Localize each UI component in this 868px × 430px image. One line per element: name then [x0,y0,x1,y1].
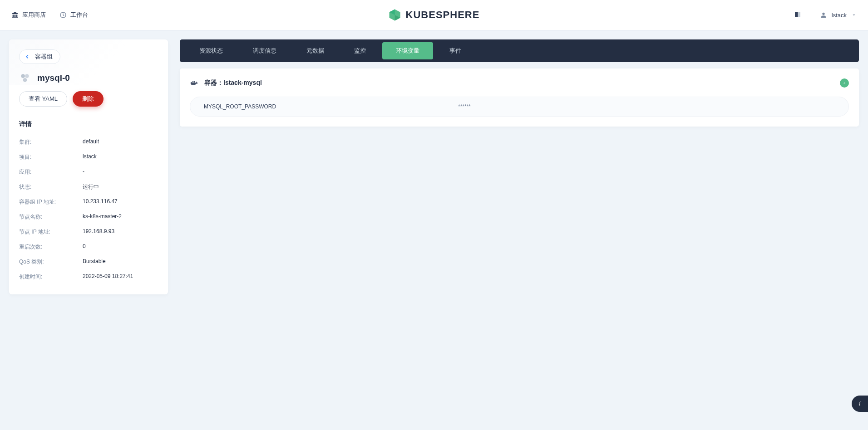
container-header: 容器：lstack-mysql [190,78,849,88]
detail-row: 重启次数:0 [19,239,158,254]
content: 容器组 mysql-0 查看 YAML 删除 详情 集群:default项目:l… [0,30,868,303]
detail-label: 节点 IP 地址: [19,228,83,236]
chevron-up-icon [842,81,847,85]
detail-row: 创建时间:2022-05-09 18:27:41 [19,269,158,284]
detail-value: - [83,168,84,176]
store-icon [11,11,19,19]
detail-value: 运行中 [83,183,99,191]
detail-label: 节点名称: [19,213,83,221]
detail-value: 192.168.9.93 [83,228,114,236]
detail-value: default [83,138,99,146]
action-buttons: 查看 YAML 删除 [19,91,158,107]
detail-row: 项目:lstack [19,150,158,165]
detail-row: 状态:运行中 [19,180,158,195]
docker-icon [190,78,199,88]
detail-row: 节点 IP 地址:192.168.9.93 [19,225,158,239]
view-yaml-button[interactable]: 查看 YAML [19,91,67,107]
workbench-link[interactable]: 工作台 [59,11,88,19]
details-title: 详情 [19,120,158,128]
user-menu[interactable]: lstack [820,11,857,19]
tab-环境变量[interactable]: 环境变量 [382,42,433,59]
container-title: 容器：lstack-mysql [204,79,262,87]
details-list: 集群:default项目:lstack应用:-状态:运行中容器组 IP 地址:1… [19,135,158,284]
detail-row: 节点名称:ks-k8s-master-2 [19,210,158,225]
tab-调度信息[interactable]: 调度信息 [239,42,290,59]
main-panel: 资源状态调度信息元数据监控环境变量事件 容器：lstack-mysql MYSQ… [180,39,859,294]
env-variable-row: MYSQL_ROOT_PASSWORD ****** [190,97,849,117]
detail-label: 状态: [19,183,83,191]
detail-row: 集群:default [19,135,158,150]
header-right: lstack [794,10,857,20]
detail-row: 容器组 IP 地址:10.233.116.47 [19,195,158,210]
env-value: ****** [458,103,471,110]
svg-point-6 [822,13,824,15]
pod-icon [19,72,31,84]
notifications-icon[interactable] [794,10,802,20]
header-left: 应用商店 工作台 [11,11,88,19]
delete-button[interactable]: 删除 [73,91,104,107]
svg-point-8 [25,74,29,78]
detail-value: 0 [83,243,86,251]
detail-label: QoS 类别: [19,258,83,266]
chevron-down-icon [851,12,857,18]
tab-事件[interactable]: 事件 [436,42,475,59]
env-key: MYSQL_ROOT_PASSWORD [204,103,458,110]
detail-label: 项目: [19,153,83,161]
app-store-link[interactable]: 应用商店 [11,11,46,19]
chevron-left-icon [24,54,30,60]
workbench-icon [59,11,67,19]
brand[interactable]: KUBESPHERE [389,9,480,21]
tabs-bar: 资源状态调度信息元数据监控环境变量事件 [180,39,859,62]
detail-label: 创建时间: [19,273,83,281]
detail-value: 10.233.116.47 [83,198,118,206]
help-button[interactable]: i [852,396,868,412]
pod-name: mysql-0 [37,73,70,83]
svg-point-9 [23,78,27,82]
user-icon [820,11,827,19]
brand-text: KUBESPHERE [406,9,480,21]
detail-row: 应用:- [19,165,158,180]
svg-rect-5 [798,12,800,17]
username-label: lstack [832,12,847,19]
workbench-label: 工作台 [70,11,88,19]
detail-label: 重启次数: [19,243,83,251]
app-store-label: 应用商店 [22,11,46,19]
detail-value: Burstable [83,258,106,266]
svg-point-7 [21,74,25,78]
breadcrumb-back-label: 容器组 [35,53,53,61]
svg-rect-13 [192,81,194,82]
detail-row: QoS 类别:Burstable [19,254,158,269]
detail-label: 应用: [19,168,83,176]
tab-资源状态[interactable]: 资源状态 [186,42,237,59]
detail-value: lstack [83,153,97,161]
collapse-button[interactable] [840,78,849,88]
tab-元数据[interactable]: 元数据 [293,42,338,59]
detail-value: 2022-05-09 18:27:41 [83,273,133,281]
kubesphere-logo-icon [389,9,401,21]
svg-rect-14 [194,81,195,82]
tab-监控[interactable]: 监控 [340,42,380,59]
env-card: 容器：lstack-mysql MYSQL_ROOT_PASSWORD ****… [180,68,859,127]
side-panel: 容器组 mysql-0 查看 YAML 删除 详情 集群:default项目:l… [9,39,168,294]
detail-value: ks-k8s-master-2 [83,213,122,221]
detail-label: 集群: [19,138,83,146]
breadcrumb-back[interactable]: 容器组 [19,49,60,64]
svg-rect-4 [795,12,798,17]
pod-title: mysql-0 [19,72,158,84]
detail-label: 容器组 IP 地址: [19,198,83,206]
top-header: 应用商店 工作台 KUBESPHERE lstack [0,0,868,30]
